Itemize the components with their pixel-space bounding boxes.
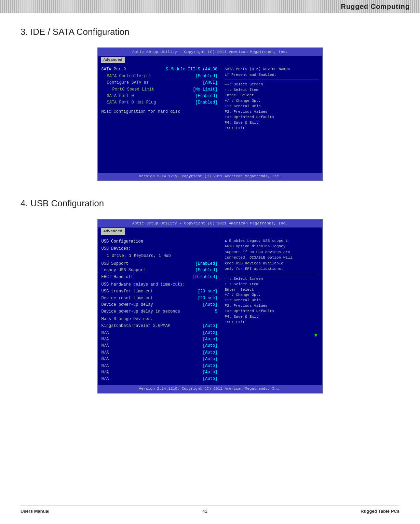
- bios1-key-ud: ↑↓: Select Item: [225, 87, 319, 93]
- bios2-key-f1: F1: General Help: [225, 298, 319, 303]
- bios1-title: Aptic Setup Utility - Copyright (C) 2011…: [98, 48, 322, 56]
- bios1-key-f3: F3: Optimized Defaults: [225, 115, 319, 120]
- bios2-key-ud: ↑↓: Select Item: [225, 282, 319, 287]
- bios2-label-device-power: Device power-up delay: [101, 302, 153, 308]
- bios-screen-1: Aptic Setup Utility - Copyright (C) 2011…: [97, 47, 323, 181]
- bios2-value-na7: [Auto]: [203, 370, 217, 375]
- bios1-key-enter: Enter: Select: [225, 93, 319, 98]
- page-footer: Users Manual 42 Rugged Table PCs: [21, 506, 399, 514]
- bios1-help-text: SATA Ports (0-5) Device Namesif Present …: [225, 66, 319, 78]
- bios1-divider: [225, 80, 319, 80]
- bios1-value-hot-plug: [Enabled]: [195, 100, 217, 106]
- bios2-row-na2: N/A [Auto]: [101, 336, 218, 343]
- bios1-key-f1: F1: General Help: [225, 104, 319, 109]
- bios2-row-device-power: Device power-up delay [Auto]: [101, 302, 218, 308]
- bios2-help-text: ▲ Enables Legacy USB support. AUTO optio…: [225, 238, 319, 272]
- bios1-key-esc: ESC: Exit: [225, 126, 319, 131]
- bios1-right: SATA Ports (0-5) Device Namesif Present …: [221, 64, 322, 173]
- bios2-label-na1: N/A: [101, 330, 109, 336]
- footer-left: Users Manual: [21, 509, 50, 514]
- bios1-value-sata-port0-en: [Enabled]: [195, 93, 217, 99]
- bios2-value-device-power-sec: 5: [215, 309, 217, 315]
- bios1-left: SATA Port0 S-Module III-S (A4.08 SATA Co…: [98, 64, 221, 173]
- bios2-usb-devices-label: USB Devices:: [101, 245, 218, 252]
- bios1-key-lr: ←→: Select Screen: [225, 82, 319, 87]
- bios1-footer: Version 2.14.1219. Copyright (C) 2011 Am…: [98, 173, 322, 180]
- bios2-mass-storage-label: Mass Storage Devices:: [101, 315, 218, 323]
- bios2-key-lr: ←→: Select Screen: [225, 276, 319, 282]
- bios2-row-kingston: KingstonDataTraveler 2.0PMAP [Auto]: [101, 323, 218, 329]
- bios1-value-sata-controller: [Enabled]: [195, 73, 217, 79]
- bios2-value-na1: [Auto]: [203, 330, 217, 336]
- bios1-advanced-tab[interactable]: Advanced: [101, 57, 125, 63]
- bios1-value-sata-port0: S-Module III-S (A4.08: [166, 67, 217, 72]
- bios2-row-na7: N/A [Auto]: [101, 369, 218, 376]
- bios2-value-na3: [Auto]: [203, 343, 217, 349]
- bios2-label-usb-transfer: USB transfer time-cut: [101, 289, 153, 294]
- bios2-advanced-tab[interactable]: Advanced: [101, 228, 125, 235]
- bios1-value-configure-sata: [AHCI]: [203, 80, 217, 86]
- bios2-row-na5: N/A [Auto]: [101, 356, 218, 362]
- bios2-label-na5: N/A: [101, 356, 109, 362]
- bios2-value-kingston: [Auto]: [203, 323, 217, 329]
- bios1-row-port0-speed: Port0 Speed Limit [No Limit]: [101, 86, 218, 93]
- bios2-value-ehci: [Disabled]: [193, 274, 217, 280]
- bios2-label-kingston: KingstonDataTraveler 2.0PMAP: [101, 323, 171, 329]
- bios2-key-esc: ESC: Exit: [225, 320, 319, 325]
- bios2-label-ehci: EHCI Hand-off: [101, 274, 134, 280]
- bios2-value-na6: [Auto]: [203, 363, 217, 369]
- bios1-row-hot-plug: SATA Port 0 Hot Plug [Enabled]: [101, 99, 218, 106]
- bios2-key-f3: F3: Optimized Defaults: [225, 309, 319, 314]
- bios1-label-hot-plug: SATA Port 0 Hot Plug: [101, 100, 156, 106]
- bios2-value-legacy-usb: [Enabled]: [195, 267, 217, 273]
- bios1-value-port0-speed: [No Limit]: [193, 87, 217, 93]
- bios2-divider: [225, 274, 319, 274]
- section4-heading: 4. USB Configuration: [21, 198, 399, 209]
- bios2-usb-devices-count: 1 Drive, 1 Keyboard, 1 Hub: [101, 252, 218, 260]
- bios2-right: ▲ Enables Legacy USB support. AUTO optio…: [221, 235, 322, 385]
- bios1-label-sata-port0-en: SATA Port 0: [101, 93, 134, 99]
- bios1-misc-section: Misc Configuration for hard disk: [101, 106, 218, 115]
- bios2-row-legacy-usb: Legacy USB Support [Enabled]: [101, 267, 218, 274]
- bios2-left: USB Configuration USB Devices: 1 Drive, …: [98, 235, 221, 385]
- bios1-key-f4: F4: Save & Exit: [225, 120, 319, 126]
- bios2-key-pm: +/-: Change Opt.: [225, 292, 319, 298]
- bios2-keys: ←→: Select Screen ↑↓: Select Item Enter:…: [225, 276, 319, 325]
- bios2-value-na8: [Auto]: [203, 376, 217, 382]
- bios2-label-na6: N/A: [101, 363, 109, 369]
- bios2-value-device-reset: [20 sec]: [198, 295, 218, 301]
- bios2-value-na5: [Auto]: [203, 356, 217, 362]
- bios2-row-device-power-sec: Device power-up delay in seconds 5: [101, 308, 218, 315]
- bios2-footer: Version 2.14.1219. Copyright (C) 2011 Am…: [98, 385, 322, 393]
- bios2-scroll-down: ▼: [225, 332, 319, 339]
- bios2-label-device-power-sec: Device power-up delay in seconds: [101, 309, 180, 315]
- bios1-key-pm: +/-: Change Opt.: [225, 98, 319, 104]
- bios1-label-sata-controller: SATA Controller(s): [101, 73, 151, 79]
- bios2-row-usb-support: USB Support [Enabled]: [101, 261, 218, 267]
- bios1-keys: ←→: Select Screen ↑↓: Select Item Enter:…: [225, 82, 319, 131]
- bios2-row-device-reset: Device reset time-cut [20 sec]: [101, 295, 218, 302]
- bios1-row-sata-port0-en: SATA Port 0 [Enabled]: [101, 93, 218, 99]
- bios2-key-f4: F4: Save & Exit: [225, 314, 319, 320]
- bios2-label-na4: N/A: [101, 350, 109, 356]
- footer-center: 42: [203, 509, 207, 514]
- footer-right: Rugged Table PCs: [361, 509, 399, 514]
- bios1-body: SATA Port0 S-Module III-S (A4.08 SATA Co…: [98, 64, 322, 173]
- bios2-row-na4: N/A [Auto]: [101, 349, 218, 356]
- bios2-value-device-power: [Auto]: [203, 302, 217, 308]
- bios2-label-na3: N/A: [101, 343, 109, 349]
- bios2-label-na8: N/A: [101, 376, 109, 382]
- bios2-row-na3: N/A [Auto]: [101, 343, 218, 349]
- bios2-menu-bar: Advanced: [98, 227, 322, 235]
- bios2-value-na4: [Auto]: [203, 350, 217, 356]
- bios1-label-port0-speed: Port0 Speed Limit: [101, 87, 154, 93]
- bios2-row-na8: N/A [Auto]: [101, 376, 218, 382]
- bios2-title: Aptic Setup Utility - Copyright (C) 2011…: [98, 220, 322, 227]
- bios2-label-na7: N/A: [101, 370, 109, 375]
- bios1-menu-bar: Advanced: [98, 56, 322, 64]
- bios-screen-2: Aptic Setup Utility - Copyright (C) 2011…: [97, 219, 323, 393]
- bios2-row-na6: N/A [Auto]: [101, 363, 218, 369]
- bios2-body: USB Configuration USB Devices: 1 Drive, …: [98, 235, 322, 385]
- bios2-label-na2: N/A: [101, 336, 109, 342]
- bios2-value-usb-transfer: [20 sec]: [198, 289, 218, 294]
